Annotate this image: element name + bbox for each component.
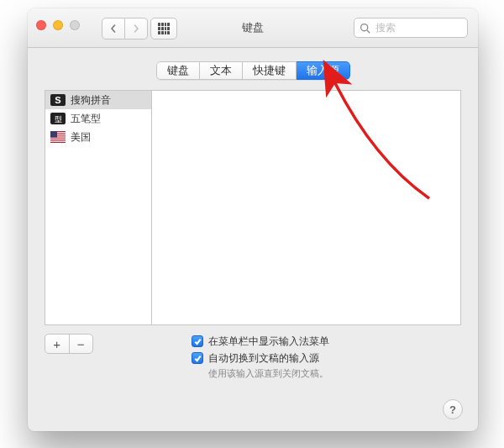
sogou-icon: S [50,94,66,106]
input-source-label: 搜狗拼音 [71,93,111,108]
option-auto-switch[interactable]: 自动切换到文稿的输入源 [192,350,329,366]
svg-rect-9 [50,138,66,139]
back-button[interactable] [102,18,125,40]
minimize-window-button[interactable] [53,20,63,30]
input-source-list[interactable]: S搜狗拼音型五笔型美国 [45,90,152,325]
options-block: 在菜单栏中显示输入法菜单 自动切换到文稿的输入源 使用该输入源直到关闭文稿。 [192,333,329,380]
tab-0[interactable]: 键盘 [156,61,200,80]
show-all-button[interactable] [150,18,177,40]
grid-icon [158,23,170,34]
input-source-label: 美国 [71,130,91,145]
content-pane: S搜狗拼音型五笔型美国 [45,90,461,325]
search-input[interactable] [374,21,478,34]
option-show-in-menubar[interactable]: 在菜单栏中显示输入法菜单 [192,333,329,350]
input-source-row[interactable]: S搜狗拼音 [45,91,151,109]
input-source-row[interactable]: 美国 [45,128,151,146]
svg-point-0 [361,24,368,30]
svg-rect-11 [50,141,66,142]
forward-button[interactable] [125,18,148,40]
remove-source-button[interactable]: − [69,335,93,353]
svg-text:S: S [55,95,60,105]
search-field[interactable] [354,18,468,38]
checkbox-checked-icon [192,335,203,347]
add-source-button[interactable]: + [45,335,69,353]
input-source-label: 五笔型 [71,112,101,126]
svg-rect-12 [50,131,57,138]
tab-1[interactable]: 文本 [200,61,243,80]
preferences-window: 键盘 键盘文本快捷键输入源 S搜狗拼音型五笔型美国 + − 在菜单栏中显示输入法… [28,8,478,431]
input-source-row[interactable]: 型五笔型 [45,109,151,128]
us-flag-icon [50,131,66,143]
close-window-button[interactable] [36,20,46,30]
zoom-window-button[interactable] [70,20,80,30]
nav-buttons [102,18,148,40]
search-icon [360,23,370,34]
titlebar: 键盘 [28,8,478,48]
option-hint: 使用该输入源直到关闭文稿。 [208,367,329,380]
add-remove-control: + − [45,334,93,354]
wubi-icon: 型 [50,113,66,124]
input-source-preview [152,90,461,325]
chevron-left-icon [109,24,118,33]
tab-bar: 键盘文本快捷键输入源 [28,61,478,80]
window-controls [36,20,80,30]
svg-text:型: 型 [55,115,62,124]
option-label: 自动切换到文稿的输入源 [208,351,319,366]
option-label: 在菜单栏中显示输入法菜单 [208,335,329,349]
chevron-right-icon [132,24,140,33]
tab-3[interactable]: 输入源 [297,61,350,80]
help-button[interactable]: ? [443,399,463,419]
tab-2[interactable]: 快捷键 [243,61,297,80]
checkbox-checked-icon [192,352,203,364]
svg-rect-10 [50,140,66,140]
